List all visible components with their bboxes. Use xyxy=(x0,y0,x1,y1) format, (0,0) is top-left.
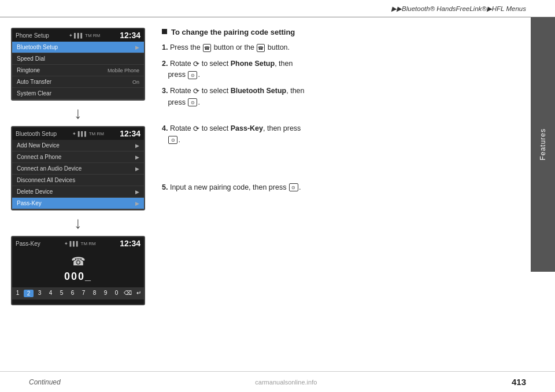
screen2-header: Bluetooth Setup ✦ ▌▌▌ TM RM 12:34 xyxy=(12,127,144,140)
page-header: ▶▶Bluetooth® HandsFreeLink®▶HFL Menus xyxy=(0,0,555,17)
screen2-time: 12:34 xyxy=(120,129,140,138)
passkey-numpad: 1 2 3 4 5 6 7 8 9 0 ⌫ ↵ xyxy=(12,287,144,299)
screen1-icons: ✦ ▌▌▌ TM RM xyxy=(69,33,101,38)
screen3-icons: ✦ ▌▌▌ TM RM xyxy=(64,241,96,246)
numpad-8: 8 xyxy=(90,290,99,297)
rotate-icon-4: ⟳ xyxy=(193,123,199,135)
section-title: To change the pairing code setting xyxy=(162,28,519,36)
menu-item-system-clear: System Clear xyxy=(12,88,144,99)
breadcrumb: ▶▶Bluetooth® HandsFreeLink®▶HFL Menus xyxy=(391,5,526,13)
phone-icon: ☎ xyxy=(71,254,86,268)
step-3: 3. Rotate ⟳ to select Bluetooth Setup, t… xyxy=(162,86,519,108)
bluetooth-setup-label: Bluetooth Setup xyxy=(231,87,287,95)
rotate-icon-3: ⟳ xyxy=(193,86,199,97)
enter-icon-2: ⊙ xyxy=(188,71,197,79)
numpad-3: 3 xyxy=(35,290,45,297)
numpad-4: 4 xyxy=(46,290,56,297)
screen3-title: Pass-Key xyxy=(16,241,40,247)
arrow-down-1: ↓ xyxy=(74,104,82,123)
spacer-2 xyxy=(162,151,519,161)
step-2-num: 2. xyxy=(162,60,168,68)
numpad-5: 5 xyxy=(57,290,66,297)
menu-item-auto-transfer: Auto Transfer On xyxy=(12,76,144,88)
step-2: 2. Rotate ⟳ to select Phone Setup, then … xyxy=(162,58,519,80)
menu-item-ringtone: Ringtone Mobile Phone xyxy=(12,65,144,76)
instruction-list: 1. Press the ☎ button or the ☎ button. 2… xyxy=(162,42,519,193)
page-number: 413 xyxy=(512,377,526,387)
enter-icon-4: ⊙ xyxy=(168,136,177,144)
screen1-time: 12:34 xyxy=(120,31,140,40)
step-3-num: 3. xyxy=(162,87,168,95)
step-4: 4. Rotate ⟳ to select Pass-Key, then pre… xyxy=(162,123,519,145)
features-sidebar-tab: Features xyxy=(531,17,555,272)
menu-item-connect-audio: Connect an Audio Device ▶ xyxy=(12,163,144,175)
menu-item-pass-key: Pass-Key ▶ xyxy=(12,198,144,209)
bullet-square xyxy=(162,29,167,34)
numpad-enter: ↵ xyxy=(134,290,143,297)
section-title-text: To change the pairing code setting xyxy=(171,28,295,36)
numpad-backspace: ⌫ xyxy=(123,290,132,297)
numpad-7: 7 xyxy=(79,290,88,297)
menu-item-speed-dial: Speed Dial xyxy=(12,53,144,65)
instructions-panel: To change the pairing code setting 1. Pr… xyxy=(156,17,531,371)
passkey-body: ☎ 000_ 1 2 3 4 5 6 7 8 9 0 ⌫ ↵ xyxy=(12,250,144,304)
screen2-menu: Add New Device ▶ Connect a Phone ▶ Conne… xyxy=(12,140,144,209)
phone-setup-screen: Phone Setup ✦ ▌▌▌ TM RM 12:34 Bluetooth … xyxy=(11,28,145,101)
arrow-down-2: ↓ xyxy=(74,214,82,232)
numpad-1: 1 xyxy=(13,290,23,297)
step-1: 1. Press the ☎ button or the ☎ button. xyxy=(162,42,519,53)
menu-item-disconnect-all: Disconnect All Devices xyxy=(12,175,144,186)
enter-icon-5: ⊙ xyxy=(289,183,298,191)
footer: Continued carmanualsonline.info 413 xyxy=(0,371,555,392)
menu-item-add-new-device: Add New Device ▶ xyxy=(12,140,144,151)
screen1-header: Phone Setup ✦ ▌▌▌ TM RM 12:34 xyxy=(12,29,144,42)
numpad-9: 9 xyxy=(101,290,110,297)
spacer-3 xyxy=(162,161,519,172)
phone-setup-label: Phone Setup xyxy=(231,60,275,68)
screen1-menu: Bluetooth Setup ▶ Speed Dial Ringtone Mo… xyxy=(12,42,144,99)
spacer-4 xyxy=(162,172,519,182)
features-label: Features xyxy=(539,128,547,160)
screen2-icons: ✦ ▌▌▌ TM RM xyxy=(72,131,104,136)
screen2-title: Bluetooth Setup xyxy=(16,131,57,137)
screen3-time: 12:34 xyxy=(120,239,140,248)
menu-item-bluetooth-setup: Bluetooth Setup ▶ xyxy=(12,42,144,53)
watermark-text: carmanualsonline.info xyxy=(255,379,317,386)
step-1-num: 1. xyxy=(162,43,168,51)
menu-item-connect-phone: Connect a Phone ▶ xyxy=(12,151,144,163)
screen3-header: Pass-Key ✦ ▌▌▌ TM RM 12:34 xyxy=(12,237,144,250)
numpad-6: 6 xyxy=(68,290,77,297)
screen1-title: Phone Setup xyxy=(16,32,49,39)
enter-icon-3: ⊙ xyxy=(188,98,197,106)
screen-mockups-panel: Phone Setup ✦ ▌▌▌ TM RM 12:34 Bluetooth … xyxy=(0,17,156,371)
pass-key-screen: Pass-Key ✦ ▌▌▌ TM RM 12:34 ☎ 000_ 1 2 3 … xyxy=(11,236,145,305)
bluetooth-setup-screen: Bluetooth Setup ✦ ▌▌▌ TM RM 12:34 Add Ne… xyxy=(11,126,145,210)
continued-label: Continued xyxy=(29,378,61,386)
rotate-icon-2: ⟳ xyxy=(193,58,199,70)
numpad-0: 0 xyxy=(112,290,121,297)
menu-item-delete-device: Delete Device ▶ xyxy=(12,186,144,198)
main-content: Phone Setup ✦ ▌▌▌ TM RM 12:34 Bluetooth … xyxy=(0,17,531,371)
step-4-num: 4. xyxy=(162,124,168,132)
pass-key-label: Pass-Key xyxy=(231,124,263,132)
step-5: 5. Input a new pairing code, then press … xyxy=(162,182,519,193)
step-5-num: 5. xyxy=(162,183,168,191)
back-button-icon: ☎ xyxy=(257,44,265,52)
spacer-1 xyxy=(162,113,519,123)
talk-button-icon: ☎ xyxy=(203,44,211,52)
passkey-input-display: 000_ xyxy=(64,271,92,283)
numpad-2: 2 xyxy=(24,290,34,297)
